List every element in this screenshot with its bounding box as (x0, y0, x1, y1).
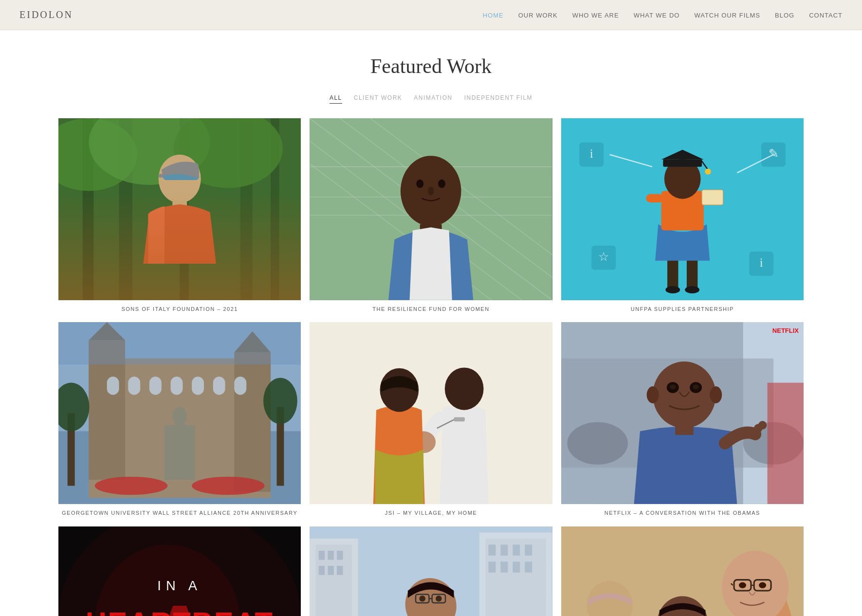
page-title: Featured Work (58, 54, 804, 78)
netflix-badge: NETFLIX (772, 327, 799, 334)
work-item-2[interactable]: THE RESILIENCE FUND FOR WOMEN (310, 118, 552, 313)
svg-rect-66 (234, 377, 246, 395)
svg-rect-124 (501, 562, 508, 572)
svg-rect-65 (213, 377, 225, 395)
svg-rect-125 (513, 562, 520, 572)
filter-client-work[interactable]: CLIENT WORK (354, 92, 403, 104)
work-item-5[interactable]: JSI – MY VILLAGE, MY HOME (310, 322, 552, 517)
svg-rect-99 (767, 383, 804, 504)
work-item-9[interactable]: G GEORGETOWN UNIVERSITY – AMERICAN STUDI… (561, 526, 804, 616)
filter-tabs: ALL CLIENT WORK ANIMATION INDEPENDENT FI… (58, 92, 804, 104)
main-content: Featured Work ALL CLIENT WORK ANIMATION … (0, 30, 862, 616)
svg-point-89 (653, 362, 716, 428)
svg-rect-63 (170, 377, 183, 395)
svg-rect-115 (328, 566, 334, 575)
svg-text:i: i (589, 147, 593, 160)
svg-rect-82 (454, 417, 465, 422)
svg-rect-64 (192, 377, 204, 395)
svg-point-142 (739, 582, 746, 588)
filter-animation[interactable]: ANIMATION (414, 92, 452, 104)
nav-what-we-do[interactable]: WHAT WE DO (634, 12, 680, 19)
work-item-4[interactable]: GEORGETOWN UNIVERSITY WALL STREET ALLIAN… (58, 322, 301, 517)
svg-point-43 (685, 286, 699, 293)
thumbnail-3: i ✎ i ☆ (561, 118, 804, 300)
svg-text:✎: ✎ (768, 147, 778, 160)
svg-rect-60 (107, 377, 119, 395)
svg-point-94 (670, 385, 676, 390)
nav-watch-films[interactable]: WATCH OUR FILMS (694, 12, 760, 19)
svg-rect-58 (234, 353, 271, 492)
svg-rect-45 (646, 194, 663, 202)
svg-rect-61 (128, 377, 140, 395)
svg-point-42 (665, 286, 680, 293)
nav-links: HOME OUR WORK WHO WE ARE WHAT WE DO WATC… (483, 11, 843, 19)
svg-rect-77 (310, 322, 552, 504)
work-grid: SONS OF ITALY FOUNDATION – 2021 (58, 118, 804, 616)
svg-rect-112 (328, 551, 334, 560)
thumbnail-7: A IN A HEARTBEAT LOSS. LOVE. LIFE. (58, 526, 301, 616)
svg-rect-122 (525, 544, 532, 555)
svg-rect-40 (667, 258, 678, 291)
svg-point-133 (436, 596, 441, 601)
svg-point-86 (567, 422, 628, 465)
svg-point-95 (693, 385, 698, 390)
svg-point-26 (438, 180, 445, 188)
svg-point-132 (420, 596, 425, 601)
svg-point-70 (95, 477, 167, 495)
nav-who-we-are[interactable]: WHO WE ARE (572, 12, 619, 19)
svg-rect-119 (489, 544, 496, 555)
work-label-2: THE RESILIENCE FUND FOR WOMEN (310, 305, 552, 314)
work-item-7[interactable]: A IN A HEARTBEAT LOSS. LOVE. LIFE. IN A … (58, 526, 301, 616)
svg-point-91 (646, 386, 659, 403)
nav-our-work[interactable]: OUR WORK (518, 12, 558, 19)
svg-rect-113 (337, 551, 343, 560)
svg-point-80 (380, 368, 419, 412)
svg-point-25 (417, 180, 424, 188)
svg-rect-116 (337, 566, 343, 575)
thumbnail-9: G (561, 526, 804, 616)
logo[interactable]: EIDOLON (19, 9, 73, 20)
svg-rect-114 (319, 566, 325, 575)
svg-rect-111 (319, 551, 325, 560)
thumbnail-1 (58, 118, 301, 300)
work-item-8[interactable]: ITREK – INSPIRING TOMORROW'S LEADERS (310, 526, 552, 616)
svg-text:☆: ☆ (598, 250, 609, 263)
svg-rect-69 (175, 424, 184, 442)
thumbnail-6: NETFLIX (561, 322, 804, 504)
svg-rect-47 (702, 190, 723, 205)
filter-independent-film[interactable]: INDEPENDENT FILM (464, 92, 532, 104)
svg-rect-126 (525, 562, 532, 572)
svg-text:i: i (759, 256, 763, 269)
svg-rect-120 (501, 544, 508, 555)
nav-contact[interactable]: CONTACT (809, 12, 843, 19)
thumbnail-2 (310, 118, 552, 300)
svg-point-52 (705, 168, 711, 174)
svg-point-143 (759, 582, 766, 588)
svg-point-98 (758, 421, 767, 429)
nav-blog[interactable]: BLOG (775, 12, 794, 19)
svg-rect-13 (172, 202, 187, 214)
svg-point-90 (710, 386, 722, 403)
nav-home[interactable]: HOME (483, 12, 504, 19)
svg-rect-49 (663, 160, 702, 167)
svg-text:IN A: IN A (157, 578, 202, 593)
svg-rect-123 (489, 562, 496, 572)
work-item-1[interactable]: SONS OF ITALY FOUNDATION – 2021 (58, 118, 301, 313)
filter-all[interactable]: ALL (330, 92, 342, 104)
svg-text:HEARTBEAT: HEARTBEAT (86, 606, 274, 616)
navigation: EIDOLON HOME OUR WORK WHO WE ARE WHAT WE… (0, 0, 862, 30)
svg-point-78 (445, 368, 484, 410)
svg-point-71 (192, 477, 264, 495)
work-label-3: UNFPA SUPPLIES PARTNERSHIP (561, 305, 804, 314)
svg-point-68 (172, 407, 187, 425)
work-item-3[interactable]: i ✎ i ☆ (561, 118, 804, 313)
work-label-5: JSI – MY VILLAGE, MY HOME (310, 509, 552, 518)
svg-rect-121 (513, 544, 520, 555)
thumbnail-5 (310, 322, 552, 504)
svg-rect-62 (149, 377, 162, 395)
svg-rect-41 (687, 258, 697, 291)
work-label-1: SONS OF ITALY FOUNDATION – 2021 (58, 305, 301, 314)
thumbnail-4 (58, 322, 301, 504)
work-item-6[interactable]: NETFLIX NETFLIX – A CONVERSATION WITH TH… (561, 322, 804, 517)
work-label-4: GEORGETOWN UNIVERSITY WALL STREET ALLIAN… (58, 509, 301, 518)
